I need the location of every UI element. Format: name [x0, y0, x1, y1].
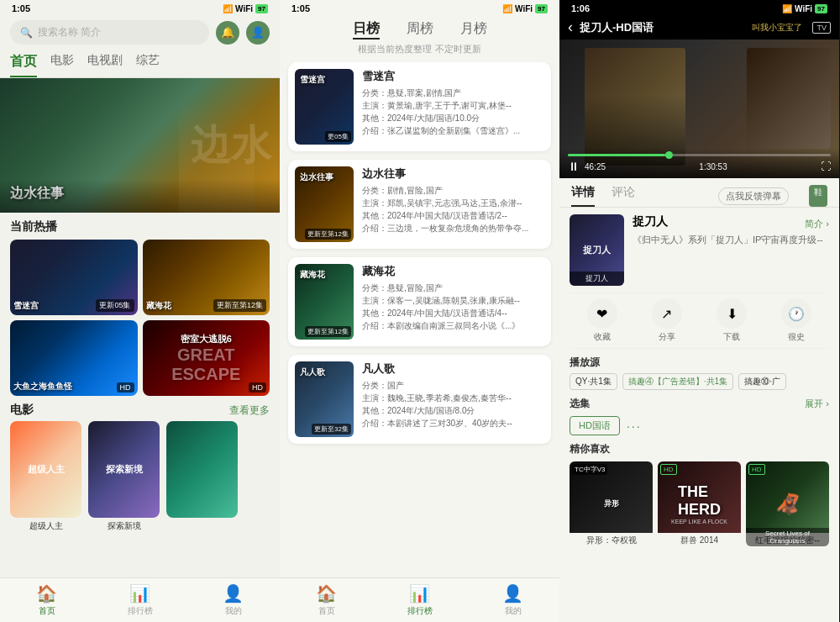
ranking-subtitle: 根据当前热度整理 不定时更新: [280, 41, 559, 62]
source-chip-2[interactable]: 搞趣④【广告差错】·共1集: [622, 373, 733, 390]
time-row: ⏸ 46:25 1:30:53 ⛶: [568, 160, 831, 173]
movie-title-1: 超级人主: [10, 520, 81, 532]
detail-movie-more[interactable]: 简介 ›: [805, 218, 829, 230]
detail-header: ‹ 捉刀人-HD国语 叫我小宝宝了 TV: [559, 15, 839, 40]
status-time: 1:05: [12, 3, 30, 13]
rank-list: 雪迷宫 更05集 雪迷宫 分类：悬疑,罪案,剧情,国产 主演：黄景瑜,唐宇,王于…: [280, 62, 559, 577]
status-bar-rank: 1:05 📶 WiFi 97: [280, 0, 559, 15]
tab-ranking[interactable]: 📊 排行榜: [93, 578, 186, 622]
hot-card-badge2: 更新至第12集: [213, 299, 266, 312]
rec-badge-3: HD: [748, 464, 765, 475]
movie-card-3[interactable]: [166, 421, 238, 532]
nav-tab-home[interactable]: 首页: [10, 50, 37, 77]
ranking-tab-week[interactable]: 周榜: [407, 20, 433, 40]
progress-dot: [665, 151, 673, 159]
detail-subtitle: 叫我小宝宝了: [660, 22, 802, 34]
mine-icon: 👤: [223, 583, 244, 604]
hot-card-zanghaihua[interactable]: 藏海花 更新至第12集: [143, 240, 270, 315]
hot-card-label3: 大鱼之海鱼鱼怪: [13, 381, 72, 393]
hot-card-badge4: HD: [249, 382, 266, 393]
hot-card-xuemigong[interactable]: 雪迷宫 更新05集: [10, 240, 138, 315]
video-player[interactable]: ⏸ 46:25 1:30:53 ⛶: [559, 40, 839, 178]
tab-home-label: 首页: [39, 605, 55, 617]
tab-mine-label: 我的: [225, 605, 242, 617]
tab-mine[interactable]: 👤 我的: [186, 578, 280, 622]
search-input[interactable]: 🔍 搜索名称 简介: [10, 20, 209, 45]
tab-home-rank[interactable]: 🏠 首页: [280, 578, 373, 622]
rank-item-2[interactable]: 边水往事 更新至第12集 边水往事 分类：剧情,冒险,国产 主演：郑凯,吴镇宇,…: [288, 160, 551, 249]
hot-section-title: 当前热播: [0, 213, 280, 240]
hot-card-dayu[interactable]: 大鱼之海鱼鱼怪 HD: [10, 320, 138, 396]
detail-tab-review[interactable]: 评论: [612, 185, 635, 207]
detail-content: 捉刀人 捉刀人 捉刀人 简介 › 《归中无人》系列「捉刀人」IP守宙再度升级--…: [559, 208, 839, 622]
tab-home[interactable]: 🏠 首页: [0, 578, 93, 622]
detail-movie-row: 捉刀人 捉刀人 捉刀人 简介 › 《归中无人》系列「捉刀人」IP守宙再度升级--: [570, 214, 829, 286]
tab-bar-home: 🏠 首页 📊 排行榜 👤 我的: [0, 577, 280, 622]
nav-tab-movie[interactable]: 电影: [50, 50, 74, 77]
profile-icon[interactable]: 👤: [246, 21, 270, 45]
rank-item-4[interactable]: 凡人歌 更新至32集 凡人歌 分类：国产 主演：魏晚,王晓,季若希,秦俊杰,秦苦…: [288, 355, 551, 444]
episode-hd[interactable]: HD国语: [570, 416, 620, 435]
rank-title-2: 边水往事: [362, 166, 544, 182]
nav-tab-variety[interactable]: 综艺: [136, 50, 160, 77]
review-button[interactable]: 点我反馈弹幕: [718, 187, 789, 205]
status-icons: 📶 WiFi 97: [223, 4, 268, 13]
action-download[interactable]: ⬇ 下载: [717, 298, 747, 343]
episode-expand[interactable]: 展开 ›: [805, 398, 829, 410]
search-icon: 🔍: [20, 27, 33, 39]
fullscreen-button[interactable]: ⛶: [821, 161, 831, 172]
detail-poster: 捉刀人 捉刀人: [570, 214, 624, 286]
source-chip-1[interactable]: QY·共1集: [570, 373, 617, 390]
action-share[interactable]: ↗ 分享: [652, 298, 682, 343]
back-button[interactable]: ‹: [568, 18, 573, 36]
rank-item-1[interactable]: 雪迷宫 更05集 雪迷宫 分类：悬疑,罪案,剧情,国产 主演：黄景瑜,唐宇,王于…: [288, 62, 551, 151]
source-title: 播放源: [570, 356, 829, 370]
action-history[interactable]: 🕐 很史: [781, 298, 811, 343]
recommend-grid: 异形 TC中字V3 异形：夺权视 THEHERD KEEP LIKE A FLO…: [570, 461, 829, 546]
tv-badge: TV: [812, 22, 831, 34]
source-section: 播放源 QY·共1集 搞趣④【广告差错】·共1集 搞趣⑩·广: [570, 356, 829, 390]
rec-card-2[interactable]: THEHERD KEEP LIKE A FLOCK HD 群兽 2014: [658, 461, 741, 546]
rec-card-1[interactable]: 异形 TC中字V3 异形：夺权视: [570, 461, 653, 546]
nav-tabs: 首页 电影 电视剧 综艺: [0, 50, 280, 78]
tab-ranking-label: 排行榜: [128, 605, 153, 617]
movie-card-1[interactable]: 超级人主 超级人主: [10, 421, 81, 532]
movie-title-2: 探索新境: [88, 520, 160, 532]
rec-poster-3: 🦧 Secret Lives ofOrangutans HD: [746, 461, 829, 533]
ranking-tab-day[interactable]: 日榜: [353, 20, 380, 40]
hero-banner[interactable]: 边水 边水往事: [0, 78, 280, 213]
episode-dots: ···: [627, 419, 642, 433]
edit-badge: 鞋: [809, 185, 827, 207]
ranking-tabs: 日榜 周榜 月榜: [280, 15, 559, 41]
pause-button[interactable]: ⏸: [568, 160, 580, 173]
recommend-section: 精你喜欢 异形 TC中字V3 异形：夺权视 THEHERD: [570, 442, 829, 546]
movie-section-title: 电影: [10, 403, 34, 418]
source-chip-3[interactable]: 搞趣⑩·广: [738, 373, 786, 390]
nav-tab-tvshow[interactable]: 电视剧: [87, 50, 123, 77]
home-icon-rank: 🏠: [316, 583, 337, 604]
progress-bar[interactable]: [568, 154, 831, 156]
collect-icon: ❤: [587, 298, 617, 329]
progress-fill: [568, 154, 665, 156]
episode-section: 选集 展开 › HD国语 ···: [570, 397, 829, 435]
hot-card-label: 雪迷宫: [13, 300, 39, 312]
detail-tab-info[interactable]: 详情: [571, 185, 595, 207]
home-icon: 🏠: [36, 583, 57, 604]
rank-title-1: 雪迷宫: [362, 69, 544, 84]
movie-card-2[interactable]: 探索新境 探索新境: [88, 421, 160, 532]
phone-home: 1:05 📶 WiFi 97 🔍 搜索名称 简介 🔔 👤 首页 电影 电视剧 综…: [0, 0, 280, 622]
rec-card-3[interactable]: 🦧 Secret Lives ofOrangutans HD 红毛猩猩的秘密--: [746, 461, 829, 546]
hot-card-mimi[interactable]: 密室大逃脱6GREATESCAPE HD: [143, 320, 270, 396]
search-bar: 🔍 搜索名称 简介 🔔 👤: [0, 15, 280, 50]
notification-icon[interactable]: 🔔: [216, 21, 239, 45]
tab-mine-rank[interactable]: 👤 我的: [466, 578, 559, 622]
rank-item-3[interactable]: 藏海花 更新至第12集 藏海花 分类：悬疑,冒险,国产 主演：保客一,吴咙涵,陈…: [288, 257, 551, 346]
ranking-tab-month[interactable]: 月榜: [460, 20, 487, 40]
episode-title: 选集: [570, 397, 590, 411]
tab-ranking-rank[interactable]: 📊 排行榜: [373, 578, 466, 622]
status-time-detail: 1:06: [571, 3, 590, 13]
movie-row: 超级人主 超级人主 探索新境 探索新境: [0, 421, 280, 532]
action-collect[interactable]: ❤ 收藏: [587, 298, 617, 343]
movie-more-link[interactable]: 查看更多: [229, 403, 270, 418]
search-placeholder: 搜索名称 简介: [38, 25, 101, 40]
